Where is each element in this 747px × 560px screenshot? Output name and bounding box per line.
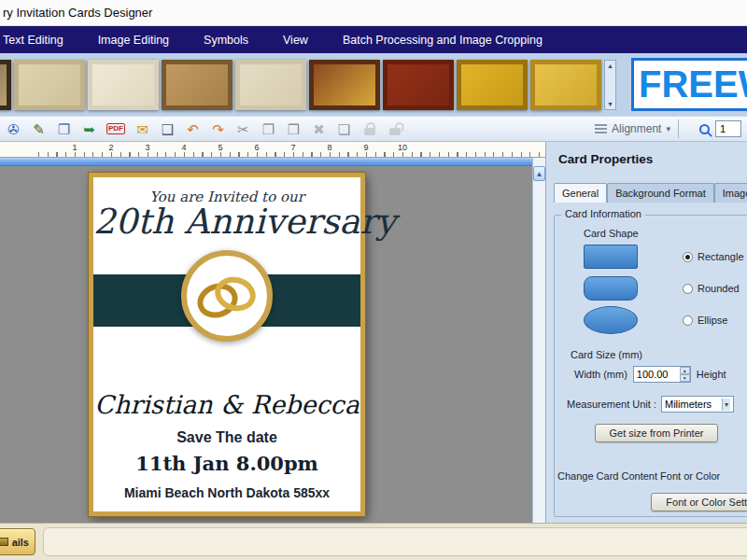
scroll-up-icon[interactable]: ▲	[533, 166, 545, 181]
chevron-down-icon: ▾	[722, 399, 730, 411]
ruler-tick-7: 7	[284, 143, 303, 152]
menu-item-text-editing[interactable]: Text Editing	[3, 34, 63, 47]
tab-image-p[interactable]: Image P	[714, 183, 747, 203]
spinner-arrows[interactable]: ▲▼	[680, 367, 690, 382]
menu-item-batch-processing-and-image-cropping[interactable]: Batch Processing and Image Cropping	[343, 34, 543, 47]
width-input[interactable]: 100.00 ▲▼	[633, 366, 691, 383]
height-label: Height	[697, 369, 726, 380]
details-button-label: ails	[12, 537, 29, 548]
undo-icon[interactable]: ↶	[185, 119, 201, 138]
card-properties-panel: Card Properties GeneralBackground Format…	[545, 142, 747, 523]
radio-label: Rectangle	[698, 251, 744, 262]
redo-icon[interactable]: ↷	[210, 119, 226, 138]
card-names-text[interactable]: Christian & Rebecca	[93, 390, 360, 419]
menu-item-view[interactable]: View	[283, 34, 308, 47]
ruler-tick-9: 9	[357, 143, 375, 152]
ellipse-shape-preview[interactable]	[584, 306, 638, 334]
vertical-scrollbar[interactable]: ▲	[532, 158, 545, 523]
freeware-text: FREEW	[639, 63, 747, 105]
template-thumbnail-3[interactable]	[88, 60, 159, 110]
radio-icon	[683, 315, 693, 326]
design-canvas[interactable]: You are Invited to our 20th Anniversary …	[0, 158, 532, 523]
spin-up-icon[interactable]: ▲	[680, 367, 690, 374]
details-button[interactable]: ails	[0, 528, 35, 555]
ruler-tick-10: 10	[393, 143, 412, 152]
export-image-icon[interactable]: ➥	[81, 119, 97, 138]
card-datetime-text[interactable]: 11th Jan 8.00pm	[93, 452, 360, 475]
ruler: 12345678910	[0, 142, 545, 158]
menu-item-image-editing[interactable]: Image Editing	[98, 34, 169, 47]
card-shape-label: Card Shape	[584, 228, 639, 239]
chevron-down-icon: ▾	[666, 124, 670, 133]
horizontal-scrollbar[interactable]	[0, 158, 532, 166]
app-window: ry Invitation Cards Designer Text Editin…	[0, 0, 747, 560]
panel-title: Card Properties	[558, 152, 653, 166]
alignment-label: Alignment	[612, 122, 661, 135]
menu-bar: Text EditingImage EditingSymbolsViewBatc…	[0, 26, 747, 53]
cut-icon: ✂	[235, 119, 251, 138]
email-icon[interactable]: ✉	[134, 119, 150, 138]
template-thumbnail-4[interactable]	[162, 60, 233, 110]
template-thumbnail-8[interactable]	[457, 60, 528, 110]
save-as-icon[interactable]: ✎	[31, 119, 47, 138]
template-thumbnail-9[interactable]	[530, 60, 601, 110]
window-title: ry Invitation Cards Designer	[3, 6, 152, 20]
radio-rectangle[interactable]: Rectangle	[683, 251, 744, 262]
radio-label: Rounded	[698, 283, 740, 294]
menu-item-symbols[interactable]: Symbols	[204, 34, 248, 47]
radio-rounded[interactable]: Rounded	[683, 283, 740, 294]
scroll-down-icon[interactable]: ▼	[607, 101, 613, 107]
shape-row-ellipse: Ellipse	[584, 304, 744, 336]
wedding-rings-image[interactable]	[181, 250, 273, 342]
card-save-date-text[interactable]: Save The date	[93, 429, 360, 446]
spin-down-icon[interactable]: ▼	[680, 374, 690, 382]
ruler-tick-3: 3	[138, 143, 157, 152]
save-icon[interactable]: ✇	[6, 119, 21, 138]
zoom-icon[interactable]	[699, 124, 710, 134]
export-pdf-icon[interactable]: PDF	[106, 119, 125, 138]
radio-ellipse[interactable]: Ellipse	[683, 315, 727, 326]
measurement-unit-select[interactable]: Milimeters ▾	[661, 396, 734, 413]
alignment-button[interactable]: Alignment ▾	[595, 122, 670, 135]
lock-icon	[361, 119, 377, 138]
scroll-up-icon[interactable]: ▲	[607, 63, 613, 69]
template-thumbnail-6[interactable]	[309, 60, 380, 110]
zoom-group: 1	[699, 120, 741, 137]
copy-icon: ❐	[261, 119, 276, 138]
get-size-from-printer-button[interactable]: Get size from Printer	[595, 424, 718, 442]
font-or-color-settings-button[interactable]: Font or Color Setti	[651, 493, 747, 511]
tab-general[interactable]: General	[554, 183, 607, 203]
width-label: Width (mm)	[574, 369, 627, 380]
ruler-tick-1: 1	[65, 143, 84, 152]
radio-label: Ellipse	[698, 315, 727, 326]
print-icon[interactable]: ❑	[160, 119, 176, 138]
copy-card-icon[interactable]: ❐	[56, 119, 72, 138]
rounded-shape-preview[interactable]	[584, 276, 638, 301]
card-size-label: Card Size (mm)	[571, 349, 642, 360]
template-thumbnail-7[interactable]	[383, 60, 454, 110]
template-thumbnail-2[interactable]	[14, 60, 85, 110]
card-information-label: Card Information	[561, 208, 645, 219]
bottom-bar: ails	[0, 523, 747, 560]
tab-background-format[interactable]: Background Format	[607, 183, 714, 203]
ruler-tick-6: 6	[247, 143, 266, 152]
delete-icon: ✖	[311, 119, 327, 138]
card-address-text[interactable]: Miami Beach North Dakota 585xx	[93, 485, 360, 500]
width-row: Width (mm) 100.00 ▲▼ Height	[574, 366, 726, 383]
template-scrollbar[interactable]: ▲ ▼	[604, 60, 616, 110]
measurement-row: Measurement Unit : Milimeters ▾	[567, 396, 734, 413]
zoom-input[interactable]: 1	[715, 120, 741, 137]
thumbnail-tray	[43, 527, 747, 556]
card-preview[interactable]: You are Invited to our 20th Anniversary …	[89, 173, 365, 516]
ruler-tick-4: 4	[175, 143, 193, 152]
template-thumbnail-1[interactable]	[0, 60, 11, 110]
change-font-color-label: Change Card Content Font or Color	[557, 470, 720, 482]
width-value: 100.00	[637, 369, 669, 380]
card-title-text[interactable]: 20th Anniversary	[93, 203, 360, 242]
paste-icon: ❒	[286, 119, 302, 138]
radio-icon	[683, 252, 693, 262]
measurement-unit-value: Milimeters	[665, 399, 712, 410]
rectangle-shape-preview[interactable]	[584, 245, 638, 269]
template-thumbnail-5[interactable]	[235, 60, 306, 110]
toolbar-icons: ✇✎❐➥PDF✉❑↶↷✂❐❒✖❏	[6, 119, 402, 138]
